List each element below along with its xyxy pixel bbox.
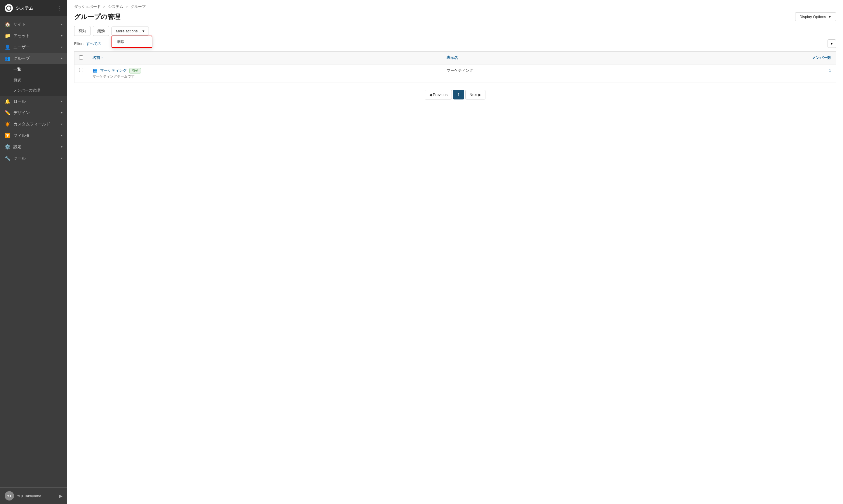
chevron-up-icon: ▾ bbox=[61, 57, 63, 60]
table-row: 👥 マーケティング 有効 マーケティングチームです マーケティング 1 bbox=[74, 64, 836, 83]
group-name-cell: 👥 マーケティング 有効 マーケティングチームです bbox=[88, 64, 442, 83]
previous-button[interactable]: ◀ Previous bbox=[425, 90, 452, 100]
play-icon[interactable]: ▶ bbox=[59, 493, 63, 499]
th-checkbox bbox=[74, 52, 88, 65]
users-icon: 👤 bbox=[5, 44, 11, 50]
chevron-down-icon: ▾ bbox=[61, 157, 63, 160]
breadcrumb-sep-1: ＞ bbox=[103, 4, 106, 9]
group-members-cell: 1 bbox=[662, 64, 836, 83]
chevron-down-icon: ▾ bbox=[61, 134, 63, 137]
sidebar-item-users[interactable]: 👤 ユーザー ▾ bbox=[0, 41, 67, 53]
th-display: 表示名 bbox=[442, 52, 662, 65]
groups-table: 名前 ↑ 表示名 メンバー数 👥 マーケティング 有効 bbox=[74, 51, 836, 83]
delete-action-item[interactable]: 削除 bbox=[112, 36, 152, 47]
filter-all-link[interactable]: すべての bbox=[86, 41, 101, 47]
chevron-down-icon: ▾ bbox=[61, 123, 63, 126]
chevron-down-icon: ▾ bbox=[61, 100, 63, 103]
sidebar-title: システム bbox=[16, 5, 33, 11]
tools-icon: 🔧 bbox=[5, 156, 11, 161]
sidebar-item-roles[interactable]: 🔔 ロール ▾ bbox=[0, 96, 67, 107]
design-icon: ✏️ bbox=[5, 110, 11, 115]
select-all-checkbox[interactable] bbox=[79, 55, 83, 59]
chevron-down-icon: ▾ bbox=[61, 111, 63, 114]
breadcrumb: ダッシュボード ＞ システム ＞ グループ bbox=[67, 0, 843, 9]
group-icon: 👥 bbox=[92, 68, 97, 73]
sidebar-item-label: ツール bbox=[14, 156, 61, 161]
sidebar-item-label: ロール bbox=[14, 99, 61, 104]
more-actions-menu: 削除 bbox=[111, 36, 152, 48]
enable-button[interactable]: 有効 bbox=[74, 26, 90, 36]
chevron-down-icon: ▾ bbox=[61, 34, 63, 37]
sidebar-item-groups-member-mgmt[interactable]: メンバーの管理 bbox=[0, 85, 67, 96]
chevron-down-icon: ▾ bbox=[142, 29, 144, 33]
breadcrumb-groups: グループ bbox=[130, 4, 146, 9]
sidebar-nav: 🏠 サイト ▾ 📁 アセット ▾ 👤 ユーザー ▾ 👥 グループ ▾ 一覧 新規… bbox=[0, 16, 67, 487]
sidebar-item-site[interactable]: 🏠 サイト ▾ bbox=[0, 19, 67, 30]
groups-icon: 👥 bbox=[5, 56, 11, 61]
breadcrumb-dashboard: ダッシュボード bbox=[74, 4, 101, 9]
breadcrumb-sep-2: ＞ bbox=[125, 4, 129, 9]
group-name-link[interactable]: マーケティング bbox=[100, 68, 127, 73]
page-1-button[interactable]: 1 bbox=[453, 90, 464, 100]
display-options-button[interactable]: Display Options ▼ bbox=[795, 12, 836, 21]
sidebar-item-label: ユーザー bbox=[14, 44, 61, 50]
th-members: メンバー数 bbox=[662, 52, 836, 65]
disable-button[interactable]: 無効 bbox=[93, 26, 109, 36]
sidebar-item-groups-new[interactable]: 新規 bbox=[0, 75, 67, 85]
toolbar: 有効 無効 More actions... ▾ 削除 bbox=[67, 26, 843, 39]
sidebar-item-label: グループ bbox=[14, 56, 61, 61]
table-header: 名前 ↑ 表示名 メンバー数 bbox=[74, 52, 836, 65]
sidebar-item-label: フィルタ bbox=[14, 133, 61, 138]
group-description: マーケティングチームです bbox=[92, 74, 437, 79]
sidebar-item-label: アセット bbox=[14, 33, 61, 38]
groups-subnav: 一覧 新規 メンバーの管理 bbox=[0, 64, 67, 96]
prev-arrow-icon: ◀ bbox=[429, 93, 432, 97]
sidebar-item-design[interactable]: ✏️ デザイン ▾ bbox=[0, 107, 67, 119]
assets-icon: 📁 bbox=[5, 33, 11, 38]
sidebar-menu-icon[interactable]: ⋮ bbox=[57, 5, 63, 11]
user-name: Yuji Takayama bbox=[17, 494, 56, 498]
filter-bar: Filter: すべての ▾ bbox=[67, 39, 843, 51]
app-logo bbox=[5, 4, 13, 12]
user-footer: YT Yuji Takayama ▶ bbox=[0, 487, 67, 504]
site-icon: 🏠 bbox=[5, 22, 11, 27]
pagination: ◀ Previous 1 Next ▶ bbox=[67, 83, 843, 106]
filter-icon: 🔽 bbox=[5, 133, 11, 138]
sidebar-item-groups[interactable]: 👥 グループ ▾ bbox=[0, 53, 67, 64]
th-name[interactable]: 名前 ↑ bbox=[88, 52, 442, 65]
chevron-down-icon: ▼ bbox=[828, 15, 831, 19]
page-header: グループの管理 Display Options ▼ bbox=[67, 9, 843, 26]
chevron-down-icon: ▾ bbox=[61, 46, 63, 49]
row-checkbox[interactable] bbox=[79, 68, 83, 72]
avatar: YT bbox=[5, 491, 14, 501]
more-actions-dropdown: More actions... ▾ 削除 bbox=[111, 26, 149, 36]
chevron-down-icon: ▾ bbox=[61, 23, 63, 26]
sidebar-item-filter[interactable]: 🔽 フィルタ ▾ bbox=[0, 130, 67, 141]
table-container: 名前 ↑ 表示名 メンバー数 👥 マーケティング 有効 bbox=[67, 51, 843, 83]
table-body: 👥 マーケティング 有効 マーケティングチームです マーケティング 1 bbox=[74, 64, 836, 83]
roles-icon: 🔔 bbox=[5, 98, 11, 104]
sidebar-item-label: サイト bbox=[14, 22, 61, 27]
custom-fields-icon: ✴️ bbox=[5, 121, 11, 127]
status-badge: 有効 bbox=[129, 68, 141, 73]
chevron-down-icon: ▾ bbox=[61, 145, 63, 148]
filter-label: Filter: bbox=[74, 41, 84, 46]
next-arrow-icon: ▶ bbox=[478, 93, 481, 97]
sidebar-item-settings[interactable]: ⚙️ 設定 ▾ bbox=[0, 141, 67, 152]
sidebar-header: システム ⋮ bbox=[0, 0, 67, 16]
sidebar-item-tools[interactable]: 🔧 ツール ▾ bbox=[0, 152, 67, 164]
sidebar-item-assets[interactable]: 📁 アセット ▾ bbox=[0, 30, 67, 41]
sidebar-item-label: デザイン bbox=[14, 110, 61, 115]
settings-icon: ⚙️ bbox=[5, 144, 11, 150]
more-actions-button[interactable]: More actions... ▾ bbox=[111, 26, 149, 36]
filter-dropdown-button[interactable]: ▾ bbox=[827, 39, 836, 48]
group-display-name-cell: マーケティング bbox=[442, 64, 662, 83]
page-title: グループの管理 bbox=[74, 13, 120, 21]
sidebar: システム ⋮ 🏠 サイト ▾ 📁 アセット ▾ 👤 ユーザー ▾ 👥 グループ … bbox=[0, 0, 67, 504]
sidebar-item-groups-list[interactable]: 一覧 bbox=[0, 64, 67, 75]
sidebar-item-label: カスタムフィールド bbox=[14, 122, 61, 127]
sidebar-item-label: 設定 bbox=[14, 144, 61, 150]
breadcrumb-system: システム bbox=[108, 4, 123, 9]
next-button[interactable]: Next ▶ bbox=[465, 90, 486, 100]
sidebar-item-custom-fields[interactable]: ✴️ カスタムフィールド ▾ bbox=[0, 119, 67, 130]
